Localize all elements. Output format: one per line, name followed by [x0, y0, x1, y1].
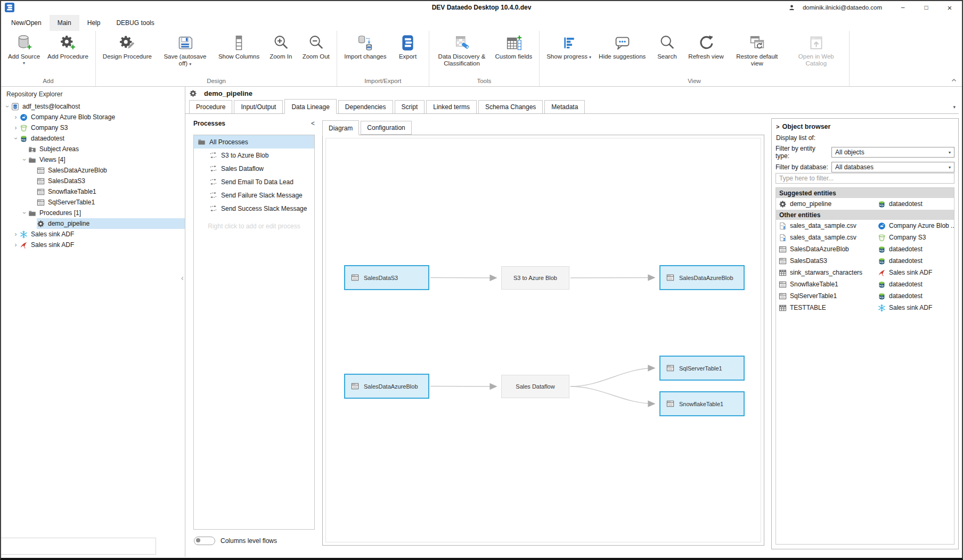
tab-data-lineage[interactable]: Data Lineage [284, 99, 336, 114]
menu-tab-debug-tools[interactable]: DEBUG tools [108, 15, 162, 31]
entity-row-salesdataazureblob[interactable]: SalesDataAzureBlobSQLdataedotest [776, 243, 954, 255]
entity-row-sales-data-sample-csv[interactable]: csvsales_data_sample.csvCompany Azure Bl… [776, 220, 954, 232]
tree-item-sales-sink-adf[interactable]: ›Sales sink ADF [1, 229, 185, 240]
process-item-label: Send Email To Data Lead [221, 178, 293, 186]
entity-name: TESTTABLE [790, 304, 826, 311]
process-item-send-success-slack-message[interactable]: Send Success Slack Message [194, 202, 314, 215]
tab-script[interactable]: Script [395, 100, 425, 113]
entity-row-demo-pipeline[interactable]: demo_pipelineSQLdataedotest [776, 198, 954, 210]
tree-item-body: SnowflakeTable1 [37, 186, 185, 197]
tab-overflow-icon[interactable]: ▾ [953, 104, 956, 110]
add-procedure-button[interactable]: Add Procedure [44, 32, 92, 61]
ribbon-collapse-icon[interactable] [951, 78, 957, 82]
menu-tab-help[interactable]: Help [79, 15, 109, 31]
process-item-send-failure-slack-message[interactable]: Send Failure Slack Message [194, 188, 314, 202]
chevron-right-icon[interactable]: › [12, 124, 20, 131]
processes-collapse-icon[interactable]: < [311, 120, 315, 127]
user-email[interactable]: dominik.ilnicki@dataedo.com [803, 4, 882, 11]
process-item-s3-to-azure-blob[interactable]: S3 to Azure Blob [194, 149, 314, 162]
entity-row-sink-starwars-characters[interactable]: sink_starwars_charactersSales sink ADF [776, 267, 954, 278]
filter-by-entity-type-select[interactable]: All objects▾ [831, 147, 954, 158]
show-progress-button[interactable]: Show progress ▾ [543, 32, 595, 61]
show-columns-button[interactable]: Show Columns [215, 32, 263, 61]
process-item-sales-dataflow[interactable]: Sales Dataflow [194, 162, 314, 175]
design-procedure-button[interactable]: Design Procedure [99, 32, 156, 61]
entity-source-cell: SQLdataedotest [878, 200, 954, 208]
filter-by-database-select[interactable]: All databases▾ [831, 162, 954, 172]
columns-level-flows-toggle[interactable] [194, 537, 215, 545]
tree-item-sqlservertable1[interactable]: SqlServerTable1 [1, 197, 185, 208]
entity-row-snowflaketable1[interactable]: SnowflakeTable1SQLdataedotest [776, 278, 954, 290]
chevron-down-icon: ▾ [949, 150, 951, 155]
adf-icon [20, 241, 28, 249]
restore-default-view-button[interactable]: Restore default view [728, 32, 787, 68]
tree-item-views-4[interactable]: ›Views [4] [1, 154, 185, 165]
tab-metadata[interactable]: Metadata [544, 100, 585, 113]
entity-filter-input[interactable] [776, 173, 954, 184]
zoom-out-button[interactable]: Zoom Out [298, 32, 333, 61]
save-autosave-off-button[interactable]: Save (autosave off) ▾ [156, 32, 215, 68]
tab-input-output[interactable]: Input/Output [234, 100, 283, 113]
chevron-down-icon[interactable]: › [12, 135, 20, 143]
diagram-entity-salesdataazureblob[interactable]: SalesDataAzureBlob [344, 374, 429, 399]
chevron-down-icon[interactable]: › [21, 156, 28, 164]
menu-tab-main[interactable]: Main [50, 15, 79, 31]
tree-item-snowflaketable1[interactable]: SnowflakeTable1 [1, 186, 185, 197]
object-browser-collapse-icon[interactable]: > [776, 123, 779, 130]
diagram-entity-salesdataazureblob[interactable]: SalesDataAzureBlob [659, 265, 745, 290]
tab-procedure[interactable]: Procedure [189, 100, 232, 113]
export-button[interactable]: Export [390, 32, 426, 61]
tree-item-subject-areas[interactable]: Subject Areas [1, 144, 185, 154]
data-discovery-classification-button[interactable]: Data Discovery & Classification [432, 32, 492, 68]
svg-text:SQL: SQL [879, 249, 884, 252]
tree-item-company-azure-blob-storage[interactable]: ›Company Azure Blob Storage [1, 112, 185, 122]
chevron-right-icon[interactable]: › [12, 113, 20, 121]
diagram-process-sales-dataflow[interactable]: Sales Dataflow [501, 375, 569, 398]
diagram-tab-configuration[interactable]: Configuration [361, 121, 411, 135]
tree-item-salesdatas3[interactable]: SalesDataS3 [1, 176, 185, 186]
import-changes-button[interactable]: Import changes [340, 32, 390, 61]
tab-linked-terms[interactable]: Linked terms [426, 100, 477, 113]
tree-item-company-s3[interactable]: ›Company S3 [1, 122, 185, 133]
tab-schema-changes[interactable]: Schema Changes [478, 100, 543, 113]
add-source-button[interactable]: Add Source▾ [4, 32, 44, 66]
entity-row-salesdatas3[interactable]: SalesDataS3SQLdataedotest [776, 255, 954, 267]
entity-row-testtable[interactable]: TESTTABLESales sink ADF [776, 302, 954, 314]
entity-row-sqlservertable1[interactable]: SqlServerTable1SQLdataedotest [776, 290, 954, 302]
tree-item-sales-sink-adf[interactable]: ›Sales sink ADF [1, 240, 185, 250]
tree-item-salesdataazureblob[interactable]: SalesDataAzureBlob [1, 165, 185, 176]
menu-tab-new-open[interactable]: New/Open [3, 15, 50, 31]
diagram-entity-sqlservertable1[interactable]: SqlServerTable1 [659, 356, 745, 381]
diagram-entity-salesdatas3[interactable]: SalesDataS3 [344, 265, 429, 290]
close-button[interactable]: × [942, 3, 958, 12]
tree-item-dataedotest[interactable]: ›SQLdataedotest [1, 133, 185, 144]
zoom-in-button[interactable]: Zoom In [263, 32, 298, 61]
tree-item-adf-tests-localhost[interactable]: ›adf_tests@localhost [1, 101, 185, 112]
refresh-view-button[interactable]: Refresh view [684, 32, 727, 61]
tree-item-demo-pipeline[interactable]: demo_pipeline [1, 218, 185, 229]
tree-item-procedures-1[interactable]: ›Procedures [1] [1, 208, 185, 218]
ribbon-group-design: Design ProcedureSave (autosave off) ▾Sho… [96, 31, 337, 86]
button-label: Show Columns [218, 53, 259, 60]
custom-fields-button[interactable]: Custom fields [492, 32, 536, 61]
diagram-process-s3-to-azure-blob[interactable]: S3 to Azure Blob [501, 266, 569, 290]
process-item-send-email-to-data-lead[interactable]: Send Email To Data Lead [194, 175, 314, 188]
chevron-right-icon[interactable]: › [12, 230, 20, 238]
chevron-down-icon[interactable]: › [21, 209, 28, 217]
diagram-canvas[interactable]: SalesDataS3SalesDataAzureBlobSalesDataAz… [322, 135, 764, 546]
diagram-tab-diagram[interactable]: Diagram [322, 120, 359, 135]
tab-dependencies[interactable]: Dependencies [338, 100, 393, 113]
ribbon-group-tools: Data Discovery & ClassificationCustom fi… [429, 31, 540, 86]
chevron-right-icon[interactable]: › [12, 241, 20, 249]
chevron-down-icon[interactable]: › [4, 103, 11, 111]
minimize-button[interactable]: – [895, 4, 911, 11]
diagram-entity-snowflaketable1[interactable]: SnowflakeTable1 [659, 391, 745, 416]
hide-suggestions-button[interactable]: Hide suggestions [595, 32, 649, 61]
dropdown-caret-icon: ▾ [189, 62, 191, 67]
search-button[interactable]: Search [649, 32, 684, 61]
process-item-all-processes[interactable]: All Processes [194, 135, 314, 149]
entity-row-sales-data-sample-csv[interactable]: csvsales_data_sample.csvCompany S3 [776, 232, 954, 243]
tree-hscrollbar[interactable] [1, 538, 156, 555]
panel-collapse-icon[interactable]: ‹ [181, 274, 184, 282]
maximize-button[interactable]: □ [918, 4, 934, 11]
